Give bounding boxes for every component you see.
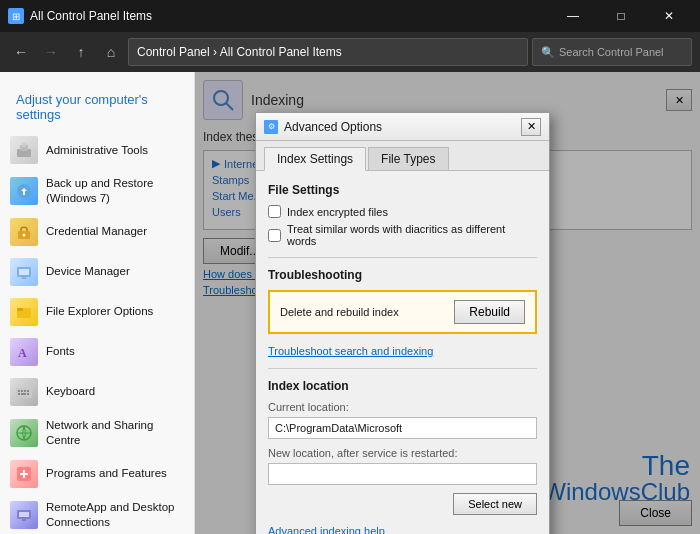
- programs-icon: [10, 460, 38, 488]
- search-placeholder: Search Control Panel: [559, 46, 664, 58]
- minimize-button[interactable]: —: [550, 0, 596, 32]
- troubleshoot-inner: Delete and rebuild index Rebuild: [280, 300, 525, 324]
- advanced-options-dialog: ⚙ Advanced Options ✕ Index Settings File…: [255, 112, 550, 534]
- sidebar-label-programs: Programs and Features: [46, 466, 167, 481]
- svg-text:A: A: [18, 346, 27, 360]
- credential-icon: [10, 218, 38, 246]
- sidebar-label-backup: Back up and Restore (Windows 7): [46, 176, 184, 206]
- sidebar-label-network: Network and Sharing Centre: [46, 418, 184, 448]
- home-button[interactable]: ⌂: [98, 39, 124, 65]
- sidebar-label-admin: Administrative Tools: [46, 143, 148, 158]
- remote-icon: [10, 501, 38, 529]
- sidebar-item-credential[interactable]: Credential Manager: [0, 212, 194, 252]
- new-location-input[interactable]: [268, 463, 537, 485]
- close-button[interactable]: ✕: [646, 0, 692, 32]
- divider-2: [268, 368, 537, 369]
- explorer-icon: [10, 298, 38, 326]
- encrypt-checkbox[interactable]: [268, 205, 281, 218]
- sidebar-label-explorer: File Explorer Options: [46, 304, 153, 319]
- sidebar: Adjust your computer's settings Administ…: [0, 72, 195, 534]
- keyboard-icon: [10, 378, 38, 406]
- troubleshoot-section-label: Troubleshooting: [268, 268, 537, 282]
- dialog-tabs: Index Settings File Types: [256, 141, 549, 171]
- index-location-label: Index location: [268, 379, 537, 393]
- title-bar: ⊞ All Control Panel Items — □ ✕: [0, 0, 700, 32]
- delete-rebuild-label: Delete and rebuild index: [280, 306, 399, 318]
- troubleshoot-section: Delete and rebuild index Rebuild: [268, 290, 537, 334]
- search-box[interactable]: 🔍 Search Control Panel: [532, 38, 692, 66]
- fonts-icon: A: [10, 338, 38, 366]
- encrypt-label: Index encrypted files: [287, 206, 388, 218]
- troubleshoot-search-link[interactable]: Troubleshoot search and indexing: [268, 345, 433, 357]
- sidebar-label-remote: RemoteApp and Desktop Connections: [46, 500, 184, 530]
- sidebar-item-backup[interactable]: Back up and Restore (Windows 7): [0, 170, 194, 212]
- backup-icon: [10, 177, 38, 205]
- sidebar-item-admin-tools[interactable]: Administrative Tools: [0, 130, 194, 170]
- advanced-help-link[interactable]: Advanced indexing help: [268, 525, 537, 534]
- network-icon: [10, 419, 38, 447]
- device-icon: [10, 258, 38, 286]
- svg-rect-14: [21, 390, 23, 392]
- tab-file-types[interactable]: File Types: [368, 147, 448, 170]
- sidebar-label-keyboard: Keyboard: [46, 384, 95, 399]
- rebuild-button[interactable]: Rebuild: [454, 300, 525, 324]
- admin-tools-icon: [10, 136, 38, 164]
- content-area: Indexing ✕ Index these l... ▶ Internet S…: [195, 72, 700, 534]
- sidebar-item-keyboard[interactable]: Keyboard: [0, 372, 194, 412]
- sidebar-item-network[interactable]: Network and Sharing Centre: [0, 412, 194, 454]
- up-button[interactable]: ↑: [68, 39, 94, 65]
- address-path: Control Panel › All Control Panel Items: [137, 45, 342, 59]
- svg-point-5: [23, 233, 26, 236]
- select-new-button[interactable]: Select new: [453, 493, 537, 515]
- window-title: All Control Panel Items: [30, 9, 544, 23]
- dialog-content: File Settings Index encrypted files Trea…: [256, 171, 549, 534]
- sidebar-item-explorer[interactable]: File Explorer Options: [0, 292, 194, 332]
- address-field[interactable]: Control Panel › All Control Panel Items: [128, 38, 528, 66]
- back-button[interactable]: ←: [8, 39, 34, 65]
- sidebar-item-device[interactable]: Device Manager: [0, 252, 194, 292]
- forward-button[interactable]: →: [38, 39, 64, 65]
- sidebar-label-fonts: Fonts: [46, 344, 75, 359]
- file-settings-label: File Settings: [268, 183, 537, 197]
- dialog-title-bar: ⚙ Advanced Options ✕: [256, 113, 549, 141]
- svg-rect-19: [27, 393, 29, 395]
- current-location-value: C:\ProgramData\Microsoft: [268, 417, 537, 439]
- svg-rect-8: [22, 277, 26, 279]
- sidebar-header: Adjust your computer's settings: [0, 80, 194, 130]
- sidebar-label-device: Device Manager: [46, 264, 130, 279]
- address-bar: ← → ↑ ⌂ Control Panel › All Control Pane…: [0, 32, 700, 72]
- svg-rect-10: [17, 308, 23, 311]
- dialog-icon: ⚙: [264, 120, 278, 134]
- dialog-close-button[interactable]: ✕: [521, 118, 541, 136]
- tab-index-settings[interactable]: Index Settings: [264, 147, 366, 171]
- sidebar-item-remote[interactable]: RemoteApp and Desktop Connections: [0, 494, 194, 534]
- svg-rect-2: [22, 143, 26, 147]
- current-location-sublabel: Current location:: [268, 401, 537, 413]
- main-area: Adjust your computer's settings Administ…: [0, 72, 700, 534]
- diacritics-checkbox-row: Treat similar words with diacritics as d…: [268, 223, 537, 247]
- new-location-label: New location, after service is restarted…: [268, 447, 537, 459]
- sidebar-item-fonts[interactable]: A Fonts: [0, 332, 194, 372]
- svg-rect-16: [27, 390, 29, 392]
- index-location-section: Index location Current location: C:\Prog…: [268, 379, 537, 515]
- svg-rect-13: [18, 390, 20, 392]
- app-icon: ⊞: [8, 8, 24, 24]
- svg-rect-27: [22, 519, 26, 521]
- window-controls: — □ ✕: [550, 0, 692, 32]
- maximize-button[interactable]: □: [598, 0, 644, 32]
- svg-rect-15: [24, 390, 26, 392]
- svg-rect-7: [19, 269, 29, 275]
- encrypt-checkbox-row: Index encrypted files: [268, 205, 537, 218]
- diacritics-label: Treat similar words with diacritics as d…: [287, 223, 537, 247]
- svg-rect-17: [18, 393, 20, 395]
- dialog-title: Advanced Options: [284, 120, 515, 134]
- svg-rect-18: [21, 393, 26, 395]
- svg-rect-26: [19, 512, 29, 517]
- diacritics-checkbox[interactable]: [268, 229, 281, 242]
- sidebar-label-credential: Credential Manager: [46, 224, 147, 239]
- divider-1: [268, 257, 537, 258]
- sidebar-item-programs[interactable]: Programs and Features: [0, 454, 194, 494]
